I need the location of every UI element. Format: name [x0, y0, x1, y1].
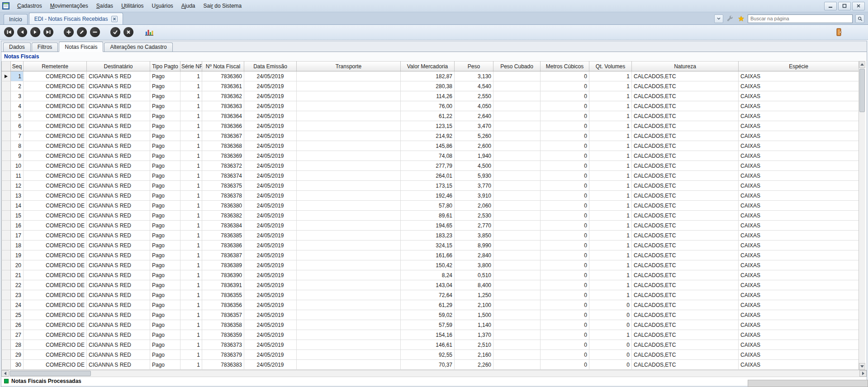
cell-remetente[interactable]: COMERCIO DE [24, 290, 87, 300]
cell-metros-cubicos[interactable]: 0 [541, 241, 589, 250]
cell-transporte[interactable] [297, 71, 401, 81]
cell-destinatario[interactable]: CIGANNA S RED [87, 151, 150, 161]
cell-peso-cubado[interactable] [493, 260, 541, 270]
cell-seq[interactable]: 25 [11, 310, 24, 320]
cell-metros-cubicos[interactable]: 0 [541, 231, 589, 241]
cell-n-nota-fiscal[interactable]: 7836366 [202, 121, 244, 131]
grid-row[interactable]: 25COMERCIO DECIGANNA S REDPago1783635724… [2, 310, 859, 320]
cell-metros-cubicos[interactable]: 0 [541, 340, 589, 350]
cell-tipo-pagto[interactable]: Pago [150, 131, 180, 141]
cell-data-emissao[interactable]: 24/05/2019 [244, 231, 297, 241]
grid-row[interactable]: 19COMERCIO DECIGANNA S REDPago1783638724… [2, 250, 859, 260]
cell-n-nota-fiscal[interactable]: 7836389 [202, 260, 244, 270]
cell-serie-nf[interactable]: 1 [180, 310, 202, 320]
cell-metros-cubicos[interactable]: 0 [541, 131, 589, 141]
cell-tipo-pagto[interactable]: Pago [150, 340, 180, 350]
cell-natureza[interactable]: CALCADOS,ETC [632, 231, 739, 241]
cell-transporte[interactable] [297, 111, 401, 121]
cell-peso[interactable]: 4,540 [455, 81, 493, 91]
cell-destinatario[interactable]: CIGANNA S RED [87, 201, 150, 211]
cell-serie-nf[interactable]: 1 [180, 221, 202, 231]
cell-peso[interactable]: 1,370 [455, 330, 493, 340]
cell-n-nota-fiscal[interactable]: 7836382 [202, 211, 244, 221]
cell-remetente[interactable]: COMERCIO DE [24, 161, 87, 171]
cell-destinatario[interactable]: CIGANNA S RED [87, 141, 150, 151]
cell-destinatario[interactable]: CIGANNA S RED [87, 191, 150, 201]
cell-peso[interactable]: 0,510 [455, 270, 493, 280]
cell-tipo-pagto[interactable]: Pago [150, 201, 180, 211]
cell-remetente[interactable]: COMERCIO DE [24, 260, 87, 270]
column-header-transporte[interactable]: Transporte [297, 61, 401, 71]
cell-n-nota-fiscal[interactable]: 7836356 [202, 300, 244, 310]
cell-especie[interactable]: CAIXAS [739, 121, 859, 131]
cell-especie[interactable]: CAIXAS [739, 350, 859, 360]
cell-valor-mercadoria[interactable]: 61,22 [401, 111, 455, 121]
column-header-natureza[interactable]: Natureza [632, 61, 739, 71]
cell-peso-cubado[interactable] [493, 91, 541, 101]
menu-item-ajuda[interactable]: Ajuda [177, 0, 199, 12]
cell-qt-volumes[interactable]: 1 [589, 191, 632, 201]
cell-n-nota-fiscal[interactable]: 7836391 [202, 280, 244, 290]
menu-item-utilitarios[interactable]: Utilitários [117, 0, 147, 12]
cell-natureza[interactable]: CALCADOS,ETC [632, 241, 739, 250]
column-header-metros-cubicos[interactable]: Metros Cúbicos [541, 61, 589, 71]
cell-peso[interactable]: 3,130 [455, 71, 493, 81]
grid-row[interactable]: 26COMERCIO DECIGANNA S REDPago1783635824… [2, 320, 859, 330]
cell-n-nota-fiscal[interactable]: 7836355 [202, 290, 244, 300]
cell-data-emissao[interactable]: 24/05/2019 [244, 161, 297, 171]
cell-n-nota-fiscal[interactable]: 7836361 [202, 81, 244, 91]
cell-transporte[interactable] [297, 231, 401, 241]
cell-transporte[interactable] [297, 241, 401, 250]
cell-metros-cubicos[interactable]: 0 [541, 141, 589, 151]
cell-n-nota-fiscal[interactable]: 7836387 [202, 250, 244, 260]
cell-valor-mercadoria[interactable]: 192,46 [401, 191, 455, 201]
cell-data-emissao[interactable]: 24/05/2019 [244, 241, 297, 250]
cell-seq[interactable]: 12 [11, 181, 24, 191]
cell-especie[interactable]: CAIXAS [739, 141, 859, 151]
cell-qt-volumes[interactable]: 1 [589, 151, 632, 161]
cell-destinatario[interactable]: CIGANNA S RED [87, 250, 150, 260]
cell-serie-nf[interactable]: 1 [180, 101, 202, 111]
cell-remetente[interactable]: COMERCIO DE [24, 101, 87, 111]
cell-serie-nf[interactable]: 1 [180, 131, 202, 141]
column-header-destinatario[interactable]: Destinatário [87, 61, 150, 71]
cell-peso[interactable]: 2,530 [455, 211, 493, 221]
cell-qt-volumes[interactable]: 1 [589, 290, 632, 300]
grid-row[interactable]: 13COMERCIO DECIGANNA S REDPago1783637824… [2, 191, 859, 201]
menu-item-movimentacoes[interactable]: Movimentações [46, 0, 92, 12]
cell-serie-nf[interactable]: 1 [180, 320, 202, 330]
cell-destinatario[interactable]: CIGANNA S RED [87, 320, 150, 330]
cell-data-emissao[interactable]: 24/05/2019 [244, 171, 297, 181]
cell-peso-cubado[interactable] [493, 151, 541, 161]
cell-data-emissao[interactable]: 24/05/2019 [244, 250, 297, 260]
cell-natureza[interactable]: CALCADOS,ETC [632, 290, 739, 300]
cell-qt-volumes[interactable]: 1 [589, 231, 632, 241]
cell-seq[interactable]: 9 [11, 151, 24, 161]
cell-peso-cubado[interactable] [493, 250, 541, 260]
cell-qt-volumes[interactable]: 1 [589, 260, 632, 270]
cell-seq[interactable]: 13 [11, 191, 24, 201]
cell-seq[interactable]: 22 [11, 280, 24, 290]
grid-row[interactable]: 24COMERCIO DECIGANNA S REDPago1783635624… [2, 300, 859, 310]
cell-valor-mercadoria[interactable]: 214,92 [401, 131, 455, 141]
cell-valor-mercadoria[interactable]: 145,86 [401, 141, 455, 151]
cell-natureza[interactable]: CALCADOS,ETC [632, 320, 739, 330]
cell-transporte[interactable] [297, 250, 401, 260]
cell-data-emissao[interactable]: 24/05/2019 [244, 330, 297, 340]
column-header-valor-mercadoria[interactable]: Valor Mercadoria [401, 61, 455, 71]
cell-peso[interactable]: 2,550 [455, 91, 493, 101]
search-input[interactable] [748, 14, 853, 23]
grid-row[interactable]: 28COMERCIO DECIGANNA S REDPago1783637324… [2, 340, 859, 350]
cell-natureza[interactable]: CALCADOS,ETC [632, 330, 739, 340]
cell-serie-nf[interactable]: 1 [180, 181, 202, 191]
cell-remetente[interactable]: COMERCIO DE [24, 201, 87, 211]
cell-peso[interactable]: 3,800 [455, 260, 493, 270]
grid-row[interactable]: 17COMERCIO DECIGANNA S REDPago1783638524… [2, 231, 859, 241]
cell-remetente[interactable]: COMERCIO DE [24, 340, 87, 350]
dropdown-chevron-button[interactable] [714, 14, 723, 23]
cell-peso-cubado[interactable] [493, 340, 541, 350]
cell-seq[interactable]: 2 [11, 81, 24, 91]
horizontal-scroll-thumb[interactable] [9, 371, 91, 376]
cell-remetente[interactable]: COMERCIO DE [24, 181, 87, 191]
cell-data-emissao[interactable]: 24/05/2019 [244, 71, 297, 81]
